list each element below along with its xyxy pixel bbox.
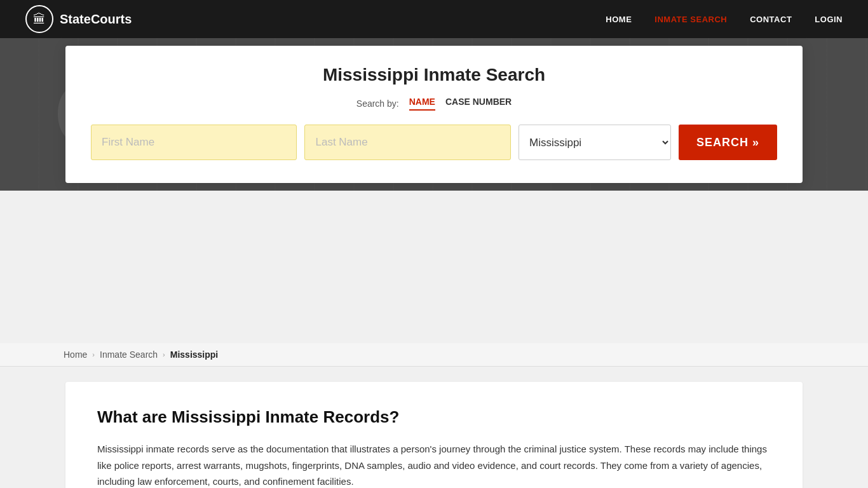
breadcrumb-home[interactable]: Home bbox=[64, 349, 87, 360]
tab-name[interactable]: NAME bbox=[409, 97, 435, 111]
hero-section: COURTHOUSE Mississippi Inmate Search Sea… bbox=[0, 38, 868, 191]
main-nav: HOME INMATE SEARCH CONTACT LOGIN bbox=[606, 15, 843, 24]
nav-home[interactable]: HOME bbox=[606, 15, 632, 24]
content-title: What are Mississippi Inmate Records? bbox=[97, 407, 771, 427]
site-header: 🏛 StateCourts HOME INMATE SEARCH CONTACT… bbox=[0, 0, 868, 38]
breadcrumb-inmate-search[interactable]: Inmate Search bbox=[100, 349, 158, 360]
last-name-input[interactable] bbox=[304, 125, 510, 160]
breadcrumb-separator-2: › bbox=[163, 351, 165, 358]
breadcrumb-current: Mississippi bbox=[170, 349, 218, 360]
search-card-title: Mississippi Inmate Search bbox=[91, 65, 777, 85]
tab-case-number[interactable]: CASE NUMBER bbox=[445, 97, 512, 111]
search-card: Mississippi Inmate Search Search by: NAM… bbox=[65, 46, 803, 183]
breadcrumb: Home › Inmate Search › Mississippi bbox=[0, 343, 868, 367]
search-inputs-row: Mississippi SEARCH » bbox=[91, 125, 777, 160]
search-by-row: Search by: NAME CASE NUMBER bbox=[91, 97, 777, 111]
logo-text: StateCourts bbox=[60, 12, 132, 27]
nav-contact[interactable]: CONTACT bbox=[750, 15, 792, 24]
search-button[interactable]: SEARCH » bbox=[679, 125, 777, 160]
logo-link[interactable]: 🏛 StateCourts bbox=[25, 5, 132, 33]
state-select[interactable]: Mississippi bbox=[519, 125, 671, 160]
nav-login[interactable]: LOGIN bbox=[815, 15, 843, 24]
content-area: What are Mississippi Inmate Records? Mis… bbox=[65, 382, 803, 488]
content-paragraph-1: Mississippi inmate records serve as the … bbox=[97, 441, 771, 488]
search-by-label: Search by: bbox=[356, 98, 399, 109]
first-name-input[interactable] bbox=[91, 125, 297, 160]
nav-inmate-search[interactable]: INMATE SEARCH bbox=[654, 15, 727, 24]
logo-icon: 🏛 bbox=[25, 5, 53, 33]
breadcrumb-separator-1: › bbox=[92, 351, 95, 358]
